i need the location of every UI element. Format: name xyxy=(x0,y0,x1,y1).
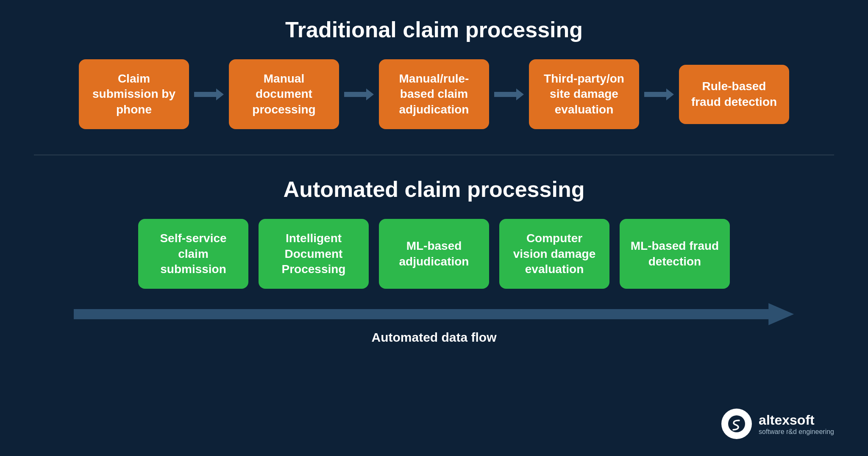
svg-marker-3 xyxy=(644,88,674,100)
automated-step-2: Intelligent Document Processing xyxy=(259,219,369,289)
arrow-1 xyxy=(194,86,224,103)
arrow-3 xyxy=(494,86,524,103)
traditional-step-4: Third-party/on site damage evaluation xyxy=(529,59,639,129)
arrow-2 xyxy=(344,86,374,103)
svg-marker-0 xyxy=(194,88,224,100)
traditional-step-2: Manual document processing xyxy=(229,59,339,129)
traditional-flow-row: Claim submission by phone Manual documen… xyxy=(34,59,834,129)
logo-name: altexsoft xyxy=(759,412,834,428)
logo-circle xyxy=(721,409,752,439)
traditional-step-3: Manual/rule-based claim adjudication xyxy=(379,59,489,129)
traditional-step-5: Rule-based fraud detection xyxy=(679,65,789,124)
automated-step-5: ML-based fraud detection xyxy=(620,219,730,289)
automated-step-4: Computer vision damage evaluation xyxy=(499,219,609,289)
traditional-title: Traditional claim processing xyxy=(285,17,583,42)
traditional-section: Traditional claim processing Claim submi… xyxy=(34,17,834,129)
svg-marker-2 xyxy=(494,88,524,100)
divider xyxy=(34,155,834,155)
automated-step-3: ML-based adjudication xyxy=(379,219,489,289)
automated-step-1: Self-service claim submission xyxy=(138,219,248,289)
data-flow-bar xyxy=(74,301,794,327)
data-flow-container: Automated data flow xyxy=(74,301,794,345)
logo-area: altexsoft software r&d engineering xyxy=(721,409,834,439)
automated-section: Automated claim processing Self-service … xyxy=(34,177,834,345)
arrow-4 xyxy=(644,86,674,103)
svg-marker-1 xyxy=(344,88,374,100)
automated-flow-row: Self-service claim submission Intelligen… xyxy=(34,219,834,289)
automated-title: Automated claim processing xyxy=(284,177,585,202)
data-flow-label: Automated data flow xyxy=(371,330,496,345)
page: Traditional claim processing Claim submi… xyxy=(0,0,868,456)
svg-marker-4 xyxy=(74,303,794,325)
logo-text: altexsoft software r&d engineering xyxy=(759,412,834,436)
logo-tagline: software r&d engineering xyxy=(759,428,834,436)
traditional-step-1: Claim submission by phone xyxy=(79,59,189,129)
